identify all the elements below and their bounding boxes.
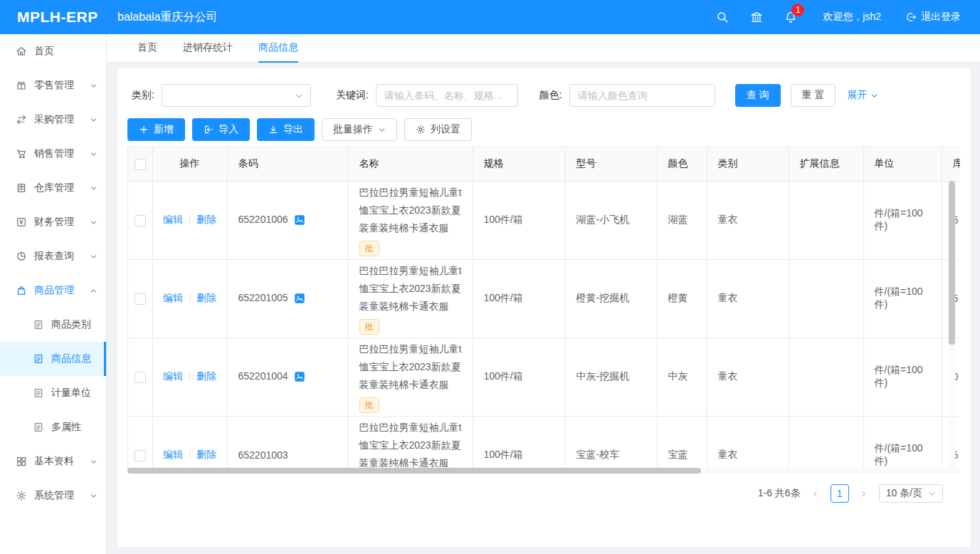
- tab-label: 进销存统计: [183, 41, 233, 54]
- logout-button[interactable]: 退出登录: [905, 11, 961, 23]
- export-button-label: 导出: [283, 123, 303, 136]
- edit-link[interactable]: 编辑: [163, 292, 183, 303]
- chevron-down-icon: [90, 184, 98, 192]
- sidebar-item-retail[interactable]: 零售管理: [0, 68, 106, 103]
- sidebar-item-basic-data[interactable]: 基本资料: [0, 444, 106, 479]
- row-checkbox[interactable]: [135, 450, 146, 461]
- category-select[interactable]: [162, 84, 311, 107]
- row-checkbox[interactable]: [135, 215, 146, 226]
- keyword-label: 关键词:: [336, 89, 369, 102]
- sidebar-item-reports[interactable]: 报表查询: [0, 239, 106, 273]
- organization-button[interactable]: [750, 11, 763, 23]
- sidebar-item-goods-category[interactable]: 商品类别: [0, 308, 106, 342]
- expand-toggle[interactable]: 展开: [847, 89, 878, 102]
- bank-icon: [750, 11, 763, 23]
- content-card: 类别: 关键词: 颜色: 查 询 重 置 展开: [117, 68, 970, 547]
- sidebar-item-purchase[interactable]: 采购管理: [0, 103, 106, 137]
- row-checkbox[interactable]: [135, 293, 146, 305]
- chevron-left-icon: [811, 490, 819, 498]
- batch-actions-button[interactable]: 批量操作: [322, 118, 397, 141]
- sidebar-item-label: 采购管理: [34, 113, 90, 126]
- header-category: 类别: [707, 147, 789, 181]
- expand-label: 展开: [847, 89, 867, 102]
- welcome-text: 欢迎您，jsh2: [823, 11, 881, 23]
- edit-link[interactable]: 编辑: [163, 370, 183, 382]
- query-button[interactable]: 查 询: [735, 84, 781, 107]
- sidebar-item-system[interactable]: 系统管理: [0, 479, 106, 513]
- column-settings-button[interactable]: 列设置: [404, 118, 472, 141]
- page-size-value: 10 条/页: [886, 487, 922, 500]
- delete-link[interactable]: 删除: [196, 449, 216, 460]
- divider: [189, 450, 190, 459]
- sidebar-item-goods[interactable]: 商品管理: [0, 273, 106, 308]
- import-icon: [204, 125, 214, 135]
- sidebar-item-label: 基本资料: [34, 455, 90, 468]
- category-label: 类别:: [132, 89, 154, 102]
- tab-home[interactable]: 首页: [137, 34, 157, 63]
- vertical-scrollbar[interactable]: [949, 181, 955, 467]
- image-icon[interactable]: [293, 214, 306, 226]
- sidebar-item-warehouse[interactable]: 仓库管理: [0, 171, 106, 205]
- divider: [189, 293, 190, 302]
- search-icon: [716, 11, 729, 23]
- logout-icon: [905, 11, 917, 23]
- sidebar-item-measure-unit[interactable]: 计量单位: [0, 376, 106, 410]
- image-icon[interactable]: [293, 292, 306, 305]
- horizontal-scrollbar-thumb[interactable]: [127, 468, 701, 474]
- import-button[interactable]: 导入: [192, 118, 250, 141]
- chevron-down-icon: [90, 492, 98, 500]
- cell-name: 巴拉巴拉男童短袖儿童t恤宝宝上衣2023新款夏装童装纯棉卡通衣服批: [348, 338, 473, 416]
- vertical-scrollbar-thumb[interactable]: [949, 181, 955, 345]
- tab-inventory-stats[interactable]: 进销存统计: [183, 34, 233, 63]
- bag-icon: [16, 285, 27, 296]
- delete-link[interactable]: 删除: [196, 370, 216, 382]
- color-input[interactable]: [569, 84, 715, 107]
- select-all-checkbox[interactable]: [135, 159, 146, 170]
- image-icon[interactable]: [293, 370, 306, 383]
- cell-barcode: 652201005: [227, 259, 348, 338]
- sidebar-item-home[interactable]: 首页: [0, 34, 106, 68]
- header-model: 型号: [565, 147, 657, 181]
- delete-link[interactable]: 删除: [196, 214, 216, 225]
- reset-button[interactable]: 重 置: [791, 84, 836, 107]
- keyword-input[interactable]: [376, 84, 518, 107]
- add-button[interactable]: 新增: [127, 118, 185, 141]
- app-logo: MPLH-ERP: [0, 9, 107, 26]
- page-number-1[interactable]: 1: [831, 484, 849, 503]
- prev-page-button[interactable]: [808, 485, 823, 502]
- pie-chart-icon: [16, 251, 27, 262]
- delete-link[interactable]: 删除: [196, 292, 216, 303]
- import-button-label: 导入: [218, 123, 238, 136]
- search-button[interactable]: [716, 11, 729, 23]
- header-barcode: 条码: [227, 147, 348, 181]
- pagination: 1-6 共6条 1 10 条/页: [127, 484, 960, 503]
- goods-table: 操作 条码 名称 规格 型号 颜色 类别 扩展信息 单位 库存: [127, 147, 960, 467]
- page-size-select[interactable]: 10 条/页: [879, 484, 943, 503]
- tab-goods-info[interactable]: 商品信息: [258, 34, 298, 63]
- cell-model: 橙黄-挖掘机: [565, 259, 657, 338]
- sidebar-item-sales[interactable]: 销售管理: [0, 137, 106, 171]
- pagination-total: 1-6 共6条: [758, 487, 801, 500]
- cell-unit: 件/(箱=100件): [863, 338, 942, 416]
- header-unit: 单位: [863, 147, 942, 181]
- chevron-right-icon: [860, 490, 868, 498]
- notification-button[interactable]: 1: [784, 11, 797, 23]
- sidebar-item-multi-attribute[interactable]: 多属性: [0, 410, 106, 444]
- cell-barcode: 652201003: [227, 416, 348, 467]
- tab-label: 商品信息: [258, 41, 298, 54]
- edit-link[interactable]: 编辑: [163, 449, 183, 460]
- edit-link[interactable]: 编辑: [163, 214, 183, 225]
- export-button[interactable]: 导出: [257, 118, 315, 141]
- next-page-button[interactable]: [856, 485, 872, 502]
- divider: [189, 215, 190, 224]
- sidebar-item-goods-info[interactable]: 商品信息: [0, 342, 106, 376]
- horizontal-scrollbar[interactable]: [127, 467, 960, 474]
- batch-actions-label: 批量操作: [333, 123, 373, 136]
- cell-model: 中灰-挖掘机: [565, 338, 657, 416]
- sidebar-item-label: 仓库管理: [34, 182, 90, 194]
- home-icon: [16, 46, 27, 57]
- row-checkbox[interactable]: [135, 372, 146, 383]
- table-row: 编辑删除 652201003 巴拉巴拉男童短袖儿童t恤宝宝上衣2023新款夏装童…: [128, 416, 960, 467]
- sidebar-item-finance[interactable]: 财务管理: [0, 205, 106, 239]
- table-header-row: 操作 条码 名称 规格 型号 颜色 类别 扩展信息 单位 库存: [128, 147, 960, 181]
